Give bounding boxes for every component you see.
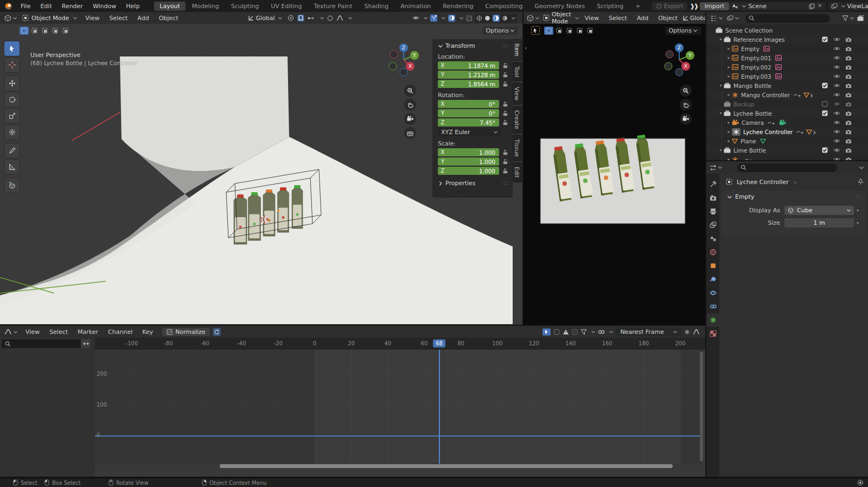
- chevron-down-icon[interactable]: [14, 331, 17, 333]
- eye-icon[interactable]: [833, 92, 840, 97]
- properties-tab-tool[interactable]: [706, 178, 719, 191]
- navigation-gizmo[interactable]: ZYX: [386, 42, 421, 77]
- outliner-item-label[interactable]: Backup: [733, 101, 755, 107]
- options-button[interactable]: Options: [665, 27, 701, 35]
- camera-visibility-icon[interactable]: [845, 74, 852, 79]
- pan-hand-icon[interactable]: [404, 99, 416, 111]
- size-field[interactable]: 1 m: [784, 218, 854, 227]
- select-mode-invert-icon[interactable]: [575, 27, 584, 35]
- select-mode-intersect-icon[interactable]: [61, 27, 70, 35]
- snap-with-icon[interactable]: [308, 16, 315, 21]
- select-mode-invert-icon[interactable]: [50, 27, 60, 35]
- outliner-search-input[interactable]: [745, 14, 830, 23]
- sidebar-tab-view[interactable]: View: [513, 83, 522, 105]
- camera-visibility-icon[interactable]: [845, 148, 852, 153]
- camera-visibility-icon[interactable]: [845, 157, 852, 161]
- eye-icon[interactable]: [833, 37, 840, 42]
- outliner-item-label[interactable]: Lime Bottle: [733, 147, 766, 154]
- outliner-scope-icon[interactable]: [727, 15, 733, 21]
- menu-object[interactable]: Object: [154, 15, 183, 22]
- expander-icon[interactable]: ▸: [726, 74, 732, 79]
- channel-search-input[interactable]: [2, 339, 81, 348]
- refresh-icon[interactable]: [213, 328, 221, 336]
- outliner-row[interactable]: Scene Collection: [706, 26, 868, 35]
- chevron-down-icon[interactable]: [735, 17, 739, 20]
- outliner-row[interactable]: ▾Reference Images: [706, 35, 868, 44]
- screencast-icon[interactable]: [857, 479, 864, 486]
- collection-checkbox[interactable]: [822, 83, 828, 88]
- chevron-down-icon[interactable]: [348, 17, 352, 20]
- curve-area[interactable]: [95, 350, 703, 464]
- menu-select[interactable]: Select: [104, 15, 132, 22]
- panel-grip-icon[interactable]: ::::: [502, 43, 508, 48]
- transform-value-field[interactable]: X1.1874 m: [438, 61, 499, 69]
- outliner-row[interactable]: ▾Lychee Bottle: [706, 109, 868, 118]
- outliner-row[interactable]: ▸Camera: [706, 118, 868, 127]
- menu-edit[interactable]: Edit: [35, 3, 56, 10]
- menu-channel[interactable]: Channel: [103, 328, 137, 336]
- outliner-row[interactable]: ▸Empty.003: [706, 72, 868, 81]
- chevron-down-icon[interactable]: [591, 331, 595, 333]
- chevron-down-icon[interactable]: [512, 17, 515, 20]
- eye-icon[interactable]: [833, 74, 840, 79]
- menu-add[interactable]: Add: [132, 15, 154, 22]
- eye-icon[interactable]: [833, 65, 840, 69]
- outliner-item-label[interactable]: Mango Controller: [741, 92, 790, 98]
- outliner-row[interactable]: ▸Empty: [706, 44, 868, 53]
- menu-help[interactable]: Help: [121, 3, 144, 10]
- view-object-types-icon[interactable]: [412, 15, 419, 21]
- add-cube-tool-button[interactable]: [4, 178, 20, 193]
- transform-tool-button[interactable]: [4, 125, 20, 140]
- eye-icon[interactable]: [833, 102, 840, 106]
- lock-toggle[interactable]: [501, 159, 509, 165]
- show-hidden-icon[interactable]: [553, 329, 560, 335]
- outliner-item-label[interactable]: Empty.002: [741, 64, 771, 71]
- scene-selector[interactable]: Scene ✕: [729, 2, 825, 10]
- camera-view-icon[interactable]: [404, 113, 416, 125]
- outliner-item-label[interactable]: Empty: [741, 46, 760, 52]
- select-mode-subtract-icon[interactable]: [565, 27, 574, 35]
- eye-icon[interactable]: [833, 46, 840, 51]
- workspace-tab-sculpting[interactable]: Sculpting: [226, 2, 264, 11]
- show-gizmo-icon[interactable]: [430, 15, 437, 22]
- empty-panel-title[interactable]: Empty: [735, 193, 754, 200]
- filter-icon[interactable]: [842, 15, 848, 21]
- outliner-item-label[interactable]: Scene Collection: [725, 27, 773, 34]
- rotation-mode-dropdown[interactable]: XYZ Euler: [438, 128, 501, 136]
- camera-visibility-icon[interactable]: [845, 65, 852, 70]
- outliner-row[interactable]: ▸Lychee Controller3: [706, 127, 868, 136]
- sidebar-tab-edit[interactable]: Edit: [513, 162, 522, 182]
- vertical-scrollbar[interactable]: [700, 352, 703, 461]
- shading-material-icon[interactable]: [493, 15, 500, 22]
- collection-checkbox[interactable]: [822, 101, 828, 107]
- chevron-down-icon[interactable]: [850, 17, 854, 20]
- sidebar-tab-tissue[interactable]: Tissue: [513, 135, 522, 161]
- transform-value-field[interactable]: Y1.2128 m: [438, 71, 499, 79]
- editor-type-graph-icon[interactable]: [4, 328, 12, 335]
- eye-icon[interactable]: [833, 55, 840, 60]
- ghost-curves-icon[interactable]: [572, 329, 578, 335]
- menu-object[interactable]: Object: [653, 15, 682, 22]
- blender-logo-icon[interactable]: [4, 2, 12, 10]
- menu-select[interactable]: Select: [604, 15, 632, 22]
- properties-tab-world[interactable]: [706, 245, 719, 259]
- menu-view[interactable]: View: [80, 15, 104, 22]
- menu-render[interactable]: Render: [57, 3, 88, 10]
- proportional-editing-icon[interactable]: [684, 329, 690, 335]
- workspace-tab-shading[interactable]: Shading: [359, 2, 394, 11]
- outliner-row[interactable]: Backup: [706, 99, 868, 109]
- transform-value-field[interactable]: X1.000: [438, 148, 499, 156]
- camera-visibility-icon[interactable]: [845, 92, 852, 98]
- expander-icon[interactable]: ▾: [718, 111, 724, 116]
- viewport-3d-main[interactable]: Object Mode ViewSelectAddObject Global: [0, 12, 522, 325]
- menu-window[interactable]: Window: [88, 3, 121, 10]
- transform-value-field[interactable]: Y1.000: [438, 157, 499, 166]
- show-errors-icon[interactable]: [563, 329, 569, 335]
- orthographic-icon[interactable]: [404, 127, 416, 139]
- expander-icon[interactable]: ▸: [726, 55, 732, 60]
- eye-icon[interactable]: [833, 83, 840, 88]
- add-workspace-button[interactable]: +: [630, 2, 646, 11]
- chevron-left-icon[interactable]: ‹: [525, 45, 527, 52]
- menu-marker[interactable]: Marker: [73, 328, 103, 336]
- camera-visibility-icon[interactable]: [845, 46, 852, 52]
